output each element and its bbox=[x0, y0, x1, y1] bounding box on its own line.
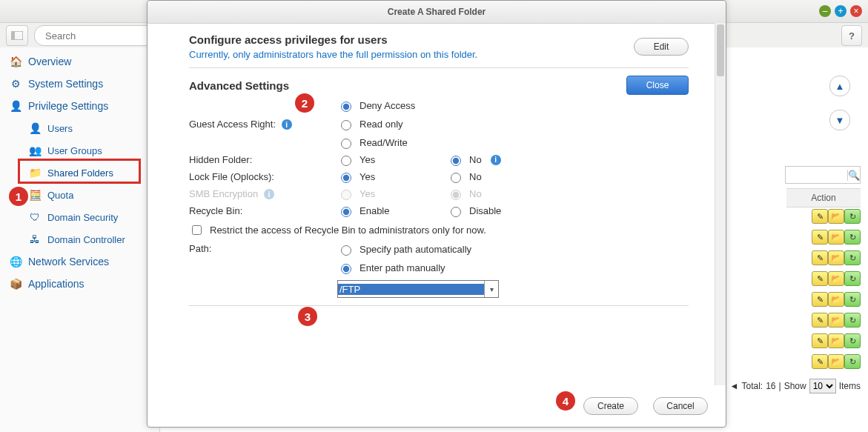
panel-toggle-button[interactable] bbox=[6, 25, 28, 46]
action-cell: ✎📂↻ bbox=[812, 354, 861, 372]
total-value: 16 bbox=[766, 381, 775, 391]
guest-deny-option[interactable]: Deny Access bbox=[337, 99, 426, 112]
window-add-icon[interactable]: + bbox=[835, 5, 847, 17]
open-icon[interactable]: 📂 bbox=[828, 292, 844, 307]
refresh-icon[interactable]: ↻ bbox=[844, 354, 861, 369]
scrollbar-thumb[interactable] bbox=[717, 24, 724, 76]
path-input[interactable]: /FTP bbox=[338, 284, 484, 295]
sidebar-label: Domain Controller bbox=[47, 234, 125, 245]
sidebar-label: Applications bbox=[28, 278, 85, 290]
globe-icon: 🌐 bbox=[9, 255, 22, 268]
close-button[interactable]: Close bbox=[626, 76, 689, 95]
restrict-checkbox[interactable] bbox=[192, 225, 202, 235]
edit-icon[interactable]: ✎ bbox=[812, 271, 828, 286]
path-manual-option[interactable]: Enter path manually bbox=[337, 262, 499, 274]
sidebar-item-domain-security[interactable]: 🛡Domain Security bbox=[0, 206, 159, 228]
home-icon: 🏠 bbox=[9, 55, 22, 68]
path-auto-option[interactable]: Specify path automatically bbox=[337, 243, 499, 256]
refresh-icon[interactable]: ↻ bbox=[844, 230, 861, 245]
sidebar-item-system-settings[interactable]: ⚙System Settings bbox=[0, 73, 159, 95]
info-icon[interactable]: i bbox=[282, 119, 292, 130]
opt-label: Specify path automatically bbox=[360, 244, 471, 255]
lock-label: Lock File (Oplocks): bbox=[189, 171, 337, 182]
open-icon[interactable]: 📂 bbox=[828, 209, 844, 224]
opt-label: No bbox=[469, 188, 482, 199]
edit-icon[interactable]: ✎ bbox=[812, 250, 828, 265]
path-combo[interactable]: /FTP ▾ bbox=[337, 280, 499, 298]
opt-label: Disable bbox=[469, 205, 501, 216]
sidebar-item-applications[interactable]: 📦Applications bbox=[0, 273, 159, 295]
refresh-icon[interactable]: ↻ bbox=[844, 209, 861, 224]
open-icon[interactable]: 📂 bbox=[828, 271, 844, 286]
action-cell: ✎📂↻ bbox=[812, 271, 861, 289]
open-icon[interactable]: 📂 bbox=[828, 250, 844, 265]
edit-icon[interactable]: ✎ bbox=[812, 292, 828, 307]
sidebar-label: System Settings bbox=[28, 78, 103, 90]
edit-icon[interactable]: ✎ bbox=[812, 209, 828, 224]
guest-readwrite-option[interactable]: Read/Write bbox=[337, 136, 426, 149]
lock-yes[interactable]: Yes bbox=[337, 170, 426, 183]
edit-icon[interactable]: ✎ bbox=[812, 230, 828, 245]
sidebar-item-privilege-settings[interactable]: 👤Privilege Settings bbox=[0, 95, 159, 117]
panel-icon bbox=[11, 31, 23, 40]
apps-icon: 📦 bbox=[9, 277, 22, 290]
guest-readonly-option[interactable]: Read only bbox=[337, 118, 426, 130]
info-icon[interactable]: i bbox=[491, 155, 501, 165]
open-icon[interactable]: 📂 bbox=[828, 354, 844, 369]
refresh-icon[interactable]: ↻ bbox=[844, 250, 861, 265]
hidden-yes[interactable]: Yes bbox=[337, 153, 426, 166]
dialog-title: Create A Shared Folder bbox=[148, 1, 726, 24]
recycle-enable[interactable]: Enable bbox=[337, 205, 426, 217]
refresh-icon[interactable]: ↻ bbox=[844, 333, 861, 348]
opt-label: Yes bbox=[360, 171, 375, 182]
dialog-scrollbar[interactable] bbox=[715, 23, 726, 385]
help-button[interactable]: ? bbox=[841, 25, 862, 46]
sidebar-item-quota[interactable]: 🧮Quota bbox=[0, 184, 159, 206]
sidebar-label: Domain Security bbox=[47, 212, 118, 223]
window-close-icon[interactable]: × bbox=[850, 5, 862, 17]
open-icon[interactable]: 📂 bbox=[828, 313, 844, 328]
hidden-label: Hidden Folder: bbox=[189, 154, 337, 165]
edit-button[interactable]: Edit bbox=[634, 38, 689, 56]
hidden-no[interactable]: No i bbox=[447, 153, 536, 166]
refresh-icon[interactable]: ↻ bbox=[844, 313, 861, 328]
table-footer: ◄ Total: 16 | Show 10 Items bbox=[730, 377, 861, 395]
edit-icon[interactable]: ✎ bbox=[812, 333, 828, 348]
smb-yes: Yes bbox=[337, 187, 426, 200]
table-search-input[interactable] bbox=[786, 170, 847, 180]
action-cell: ✎📂↻ bbox=[812, 313, 861, 330]
page-prev[interactable]: ◄ bbox=[730, 381, 739, 391]
sidebar-item-overview[interactable]: 🏠Overview bbox=[0, 50, 159, 73]
sidebar-item-domain-controller[interactable]: 🖧Domain Controller bbox=[0, 228, 159, 250]
user-icon: 👤 bbox=[28, 122, 42, 135]
action-cell: ✎📂↻ bbox=[812, 209, 861, 227]
open-icon[interactable]: 📂 bbox=[828, 333, 844, 348]
action-cell: ✎📂↻ bbox=[812, 292, 861, 310]
chevron-down-icon[interactable]: ▾ bbox=[484, 281, 498, 297]
edit-icon[interactable]: ✎ bbox=[812, 313, 828, 328]
sidebar-item-users[interactable]: 👤Users bbox=[0, 117, 159, 139]
open-icon[interactable]: 📂 bbox=[828, 230, 844, 245]
sidebar-item-shared-folders[interactable]: 📁Shared Folders bbox=[0, 162, 159, 184]
recycle-disable[interactable]: Disable bbox=[447, 205, 536, 217]
sidebar: 🏠Overview ⚙System Settings 👤Privilege Se… bbox=[0, 47, 160, 432]
cancel-button[interactable]: Cancel bbox=[653, 397, 708, 415]
sidebar-item-user-groups[interactable]: 👥User Groups bbox=[0, 139, 159, 162]
items-label: Items bbox=[839, 381, 861, 391]
page-size-select[interactable]: 10 bbox=[809, 379, 836, 393]
create-button[interactable]: Create bbox=[583, 397, 638, 415]
scroll-down-button[interactable]: ▼ bbox=[829, 110, 850, 130]
refresh-icon[interactable]: ↻ bbox=[844, 271, 861, 286]
opt-label: Read/Write bbox=[360, 137, 408, 148]
refresh-icon[interactable]: ↻ bbox=[844, 292, 861, 307]
opt-label: Yes bbox=[360, 154, 375, 165]
table-search[interactable]: 🔍 bbox=[785, 166, 861, 184]
action-cell: ✎📂↻ bbox=[812, 250, 861, 268]
scroll-up-button[interactable]: ▲ bbox=[829, 76, 850, 96]
edit-icon[interactable]: ✎ bbox=[812, 354, 828, 369]
window-min-icon[interactable]: – bbox=[819, 5, 831, 17]
lock-no[interactable]: No bbox=[447, 170, 536, 183]
user-icon: 👤 bbox=[9, 99, 22, 113]
search-icon[interactable]: 🔍 bbox=[847, 170, 860, 181]
sidebar-item-network-services[interactable]: 🌐Network Services bbox=[0, 250, 159, 273]
